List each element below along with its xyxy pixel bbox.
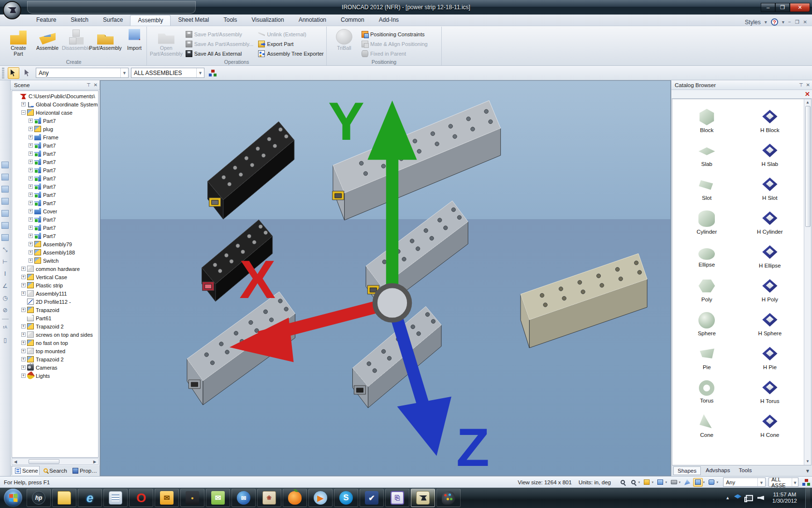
- triball-button[interactable]: TriBall: [330, 28, 359, 58]
- assistant-icon[interactable]: [140, 4, 147, 11]
- tree-row[interactable]: + Part7: [12, 174, 98, 182]
- restore-button[interactable]: ❐: [775, 3, 790, 12]
- tree-expander[interactable]: +: [29, 151, 33, 156]
- ribbon-tab[interactable]: Annotation: [291, 15, 334, 26]
- ribbon-small-button[interactable]: Save Part/Assembly: [184, 30, 256, 38]
- tree-expander[interactable]: +: [29, 176, 33, 180]
- tree-row[interactable]: + no fast on top: [12, 339, 98, 347]
- tree-expander[interactable]: +: [29, 250, 33, 254]
- chevron-down-icon[interactable]: ▼: [196, 68, 204, 77]
- ribbon-tab[interactable]: Surface: [96, 15, 130, 26]
- tree-row[interactable]: + Part7: [12, 191, 98, 199]
- scene-browser-icon[interactable]: [150, 4, 158, 11]
- taskbar-item[interactable]: [103, 489, 128, 507]
- scene-horizontal-scrollbar[interactable]: ◀ ▶: [12, 458, 99, 465]
- panel-tool-icon[interactable]: [1, 222, 9, 229]
- tree-row[interactable]: + Part7: [12, 199, 98, 207]
- chevron-down-icon[interactable]: ▼: [120, 68, 128, 77]
- chevron-down-icon[interactable]: ▼: [792, 478, 798, 486]
- dropbox-icon[interactable]: [734, 494, 741, 502]
- tree-row[interactable]: + Part7: [12, 141, 98, 149]
- measure-diameter-icon[interactable]: ⊘: [1, 307, 9, 314]
- tree-row[interactable]: + Part7: [12, 166, 98, 174]
- ribbon-big-button[interactable]: Import: [120, 28, 149, 58]
- pin-icon[interactable]: ⊤: [87, 82, 91, 88]
- new-document-icon[interactable]: [33, 4, 41, 11]
- status-filter-combo[interactable]: Any ▼: [723, 478, 766, 487]
- ribbon-big-button[interactable]: Create Part: [4, 28, 33, 58]
- ribbon-small-button[interactable]: Positioning Constraints: [360, 30, 430, 38]
- tree-expander[interactable]: +: [21, 308, 26, 312]
- open-part-assembly-button[interactable]: Open Part/Assembly: [150, 28, 183, 58]
- ribbon-tab[interactable]: Add-Ins: [372, 15, 406, 26]
- panel-tool-icon[interactable]: [1, 186, 9, 193]
- scroll-up-icon[interactable]: ▲: [806, 99, 810, 106]
- pin-icon[interactable]: ⊤: [799, 82, 803, 88]
- scroll-right-icon[interactable]: ▶: [91, 460, 98, 464]
- tree-row[interactable]: + Switch: [12, 256, 98, 265]
- tree-expander[interactable]: +: [21, 357, 26, 361]
- panel-tab[interactable]: Search: [40, 466, 69, 475]
- tree-row[interactable]: + Part7: [12, 117, 98, 125]
- tray-clock[interactable]: 11:57 AM 1/30/2012: [768, 492, 801, 504]
- ribbon-tab[interactable]: Assembly: [130, 15, 171, 26]
- speaker-icon[interactable]: [757, 496, 764, 500]
- catalog-item[interactable]: H Pie: [739, 341, 802, 375]
- taskbar-item[interactable]: ▶: [308, 489, 333, 507]
- taskbar-item[interactable]: [436, 489, 461, 507]
- taskbar-item[interactable]: O: [129, 489, 153, 507]
- taskbar-item[interactable]: •: [180, 489, 204, 507]
- panel-tool-icon[interactable]: [1, 210, 9, 217]
- catalog-item[interactable]: H Cylinder: [739, 206, 802, 239]
- ribbon-tab[interactable]: Sheet Metal: [171, 15, 216, 26]
- import-document-icon[interactable]: [55, 4, 62, 11]
- tree-expander[interactable]: +: [21, 341, 26, 345]
- ribbon-small-button[interactable]: Export Part: [256, 40, 325, 48]
- scroll-left-icon[interactable]: ◀: [12, 460, 19, 464]
- tree-expander[interactable]: +: [29, 258, 33, 263]
- tree-row[interactable]: + Part7: [12, 232, 98, 240]
- chevron-down-icon[interactable]: ▼: [757, 478, 765, 486]
- tree-row[interactable]: + Assembly188: [12, 248, 98, 256]
- part-display-button[interactable]: ▾: [707, 478, 716, 487]
- ribbon-small-button[interactable]: Mate & Align Positioning: [360, 40, 430, 48]
- tree-expander[interactable]: +: [29, 209, 33, 213]
- tree-expander[interactable]: +: [29, 234, 33, 238]
- taskbar-item[interactable]: ✉: [206, 489, 230, 507]
- render-mode-button[interactable]: ▾: [655, 478, 665, 487]
- tree-row[interactable]: + Part7: [12, 215, 98, 224]
- ribbon-small-button[interactable]: Fixed in Parent: [360, 49, 430, 58]
- ribbon-tab[interactable]: Common: [334, 15, 372, 26]
- doc-restore-icon[interactable]: ❐: [795, 19, 799, 25]
- camera-button[interactable]: ▾: [669, 478, 679, 487]
- scroll-down-icon[interactable]: ▼: [806, 458, 810, 465]
- catalog-item[interactable]: Slab: [675, 138, 739, 172]
- assembly-scope-combo[interactable]: ALL ASSEMBLIES ▼: [131, 68, 204, 78]
- taskbar-item[interactable]: ✔: [360, 489, 384, 507]
- select-alt-tool-button[interactable]: [22, 67, 33, 79]
- close-icon[interactable]: ✕: [806, 82, 810, 88]
- tree-expander[interactable]: +: [21, 332, 26, 337]
- ribbon-tab[interactable]: Feature: [29, 15, 63, 26]
- scene-structure-button[interactable]: [207, 67, 218, 79]
- tree-expander[interactable]: +: [21, 283, 26, 287]
- panel-tool-icon[interactable]: [1, 198, 9, 205]
- taskbar-item[interactable]: hp: [27, 489, 51, 507]
- taskbar-item[interactable]: S: [334, 489, 358, 507]
- structure-icon[interactable]: [802, 479, 810, 486]
- tree-row[interactable]: + Cover: [12, 207, 98, 215]
- catalog-tab[interactable]: Advshaps: [702, 466, 734, 475]
- catalog-item[interactable]: H Torus: [739, 375, 802, 409]
- ribbon-small-button[interactable]: Unlink (External): [256, 30, 325, 38]
- minimize-button[interactable]: –: [761, 3, 775, 12]
- open-marked-icon[interactable]: [44, 4, 51, 11]
- tree-row[interactable]: Part61: [12, 314, 98, 322]
- catalog-item[interactable]: Poly: [675, 273, 739, 307]
- catalog-item[interactable]: H Slab: [739, 138, 802, 172]
- zoom-options-button[interactable]: ▾: [628, 478, 638, 487]
- properties-icon[interactable]: [172, 4, 179, 11]
- catalog-item[interactable]: Cylinder: [675, 206, 739, 239]
- panel-tab[interactable]: Prop…: [69, 466, 99, 475]
- measure-arrow-icon[interactable]: ⤡: [1, 246, 9, 253]
- add-copy-icon[interactable]: [108, 4, 115, 11]
